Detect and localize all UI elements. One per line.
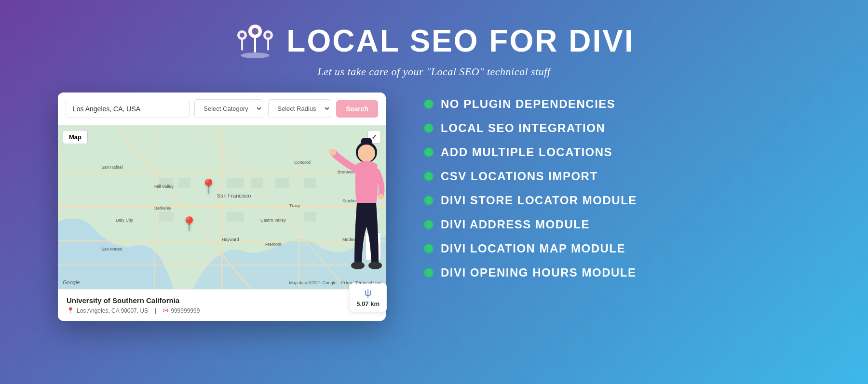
features-section: NO PLUGIN DEPENDENCIESLOCAL SEO INTEGRAT… [424, 93, 810, 290]
logo-icon [233, 19, 277, 63]
map-label-button[interactable]: Map [63, 130, 88, 144]
map-pin-2[interactable]: 📍 [181, 216, 198, 232]
map-info-footer: University of Southern California 📍 Los … [58, 289, 386, 321]
location-address-item: 📍 Los Angeles, CA 90007, US [67, 307, 148, 314]
svg-point-44 [378, 194, 384, 199]
svg-text:Concord: Concord [294, 160, 311, 165]
location-details: 📍 Los Angeles, CA 90007, US | ✉ 99999999… [67, 307, 377, 314]
svg-text:Hayward: Hayward [222, 237, 239, 242]
location-address: Los Angeles, CA 90007, US [77, 307, 148, 314]
google-watermark: Google [63, 279, 80, 285]
search-button[interactable]: Search [336, 100, 378, 118]
header: LOCAL SEO FOR DIVI Let us take care of y… [233, 0, 634, 78]
svg-rect-24 [227, 212, 244, 222]
feature-label-location-map: DIVI LOCATION MAP MODULE [441, 242, 625, 255]
feature-item-location-map: DIVI LOCATION MAP MODULE [424, 242, 810, 255]
feature-label-no-plugin: NO PLUGIN DEPENDENCIES [441, 97, 615, 111]
feature-label-csv-import: CSV LOCATIONS IMPORT [441, 170, 598, 183]
page-title: LOCAL SEO FOR DIVI [286, 23, 634, 59]
feature-label-opening-hours: DIVI OPENING HOURS MODULE [441, 266, 637, 279]
svg-text:San Francisco: San Francisco [217, 193, 251, 199]
svg-text:Mill Valley: Mill Valley [154, 184, 174, 189]
map-section: Select Category Select Radius Search [58, 93, 395, 321]
feature-item-no-plugin: NO PLUGIN DEPENDENCIES [424, 97, 810, 111]
svg-point-6 [241, 53, 270, 58]
phone-icon: ✉ [163, 307, 168, 314]
woman-figure [323, 138, 410, 292]
feature-dot-multiple-locations [424, 148, 433, 157]
header-top: LOCAL SEO FOR DIVI [233, 19, 634, 63]
feature-item-multiple-locations: ADD MULTIPLE LOCATIONS [424, 146, 810, 159]
svg-point-43 [329, 149, 336, 156]
feature-dot-opening-hours [424, 268, 433, 277]
svg-rect-19 [227, 178, 244, 188]
location-phone: 999999999 [171, 307, 200, 314]
radius-select[interactable]: Select Radius [268, 99, 331, 118]
location-pin-icon: 📍 [67, 307, 74, 314]
map-pin-1[interactable]: 📍 [200, 178, 217, 194]
main-content: Select Category Select Radius Search [48, 93, 820, 321]
svg-point-46 [368, 262, 382, 269]
feature-dot-csv-import [424, 172, 433, 181]
location-search-input[interactable] [66, 100, 190, 118]
feature-item-address-module: DIVI ADDRESS MODULE [424, 218, 810, 231]
feature-dot-location-map [424, 244, 433, 253]
svg-text:Fremont: Fremont [265, 242, 282, 247]
svg-text:Daly City: Daly City [116, 218, 134, 223]
feature-dot-address-module [424, 220, 433, 229]
map-search-bar: Select Category Select Radius Search [58, 93, 386, 125]
svg-point-42 [358, 145, 375, 162]
location-name: University of Southern California [67, 296, 377, 305]
location-phone-item: ✉ 999999999 [163, 307, 200, 314]
distance-value: 5.07 km [356, 300, 380, 307]
svg-rect-18 [178, 178, 190, 188]
svg-text:Tracy: Tracy [289, 203, 300, 208]
feature-item-csv-import: CSV LOCATIONS IMPORT [424, 170, 810, 183]
feature-dot-local-seo [424, 124, 433, 132]
feature-label-local-seo: LOCAL SEO INTEGRATION [441, 121, 605, 135]
svg-point-1 [240, 33, 244, 38]
feature-item-store-locator: DIVI STORE LOCATOR MODULE [424, 194, 810, 207]
feature-label-store-locator: DIVI STORE LOCATOR MODULE [441, 194, 637, 207]
feature-item-opening-hours: DIVI OPENING HOURS MODULE [424, 266, 810, 279]
svg-text:Castro Valley: Castro Valley [260, 218, 286, 223]
svg-rect-21 [275, 178, 289, 188]
feature-dot-store-locator [424, 196, 433, 205]
svg-rect-22 [304, 178, 316, 188]
svg-point-45 [351, 262, 365, 269]
svg-rect-20 [251, 178, 263, 188]
svg-rect-23 [159, 212, 174, 222]
feature-label-multiple-locations: ADD MULTIPLE LOCATIONS [441, 146, 612, 159]
header-subtitle: Let us take care of your "Local SEO" tec… [318, 66, 551, 78]
feature-item-local-seo: LOCAL SEO INTEGRATION [424, 121, 810, 135]
svg-rect-25 [304, 212, 316, 222]
location-separator: | [155, 307, 156, 314]
svg-text:San Rafael: San Rafael [101, 165, 123, 170]
svg-point-5 [252, 28, 258, 35]
feature-label-address-module: DIVI ADDRESS MODULE [441, 218, 590, 231]
svg-text:Berkeley: Berkeley [154, 206, 172, 211]
category-select[interactable]: Select Category [194, 99, 263, 118]
svg-text:San Mateo: San Mateo [101, 247, 122, 252]
svg-point-3 [266, 33, 271, 38]
feature-dot-no-plugin [424, 100, 433, 108]
